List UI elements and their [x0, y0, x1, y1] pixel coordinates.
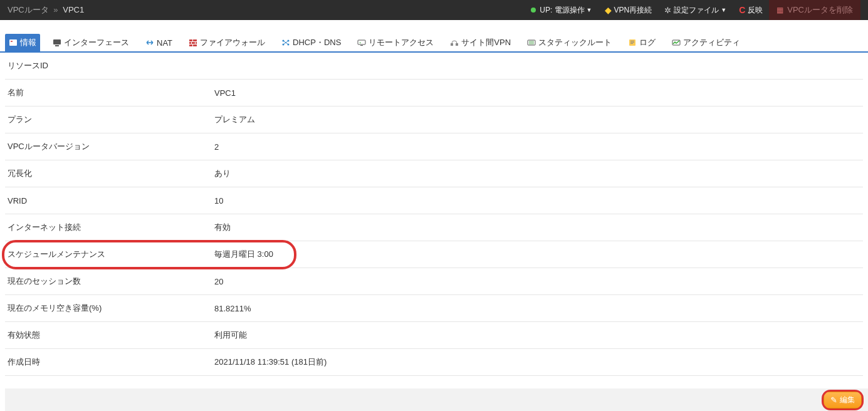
svg-rect-21	[630, 41, 634, 41]
breadcrumb: VPCルータ » VPC1	[8, 4, 525, 16]
status-dot-icon	[531, 8, 536, 13]
tab-label: ファイアウォール	[200, 37, 265, 48]
svg-rect-22	[630, 42, 634, 43]
info-row-router-version: VPCルータバージョン 2	[5, 133, 863, 160]
info-row-internet: インターネット接続 有効	[5, 214, 863, 241]
info-value: 2	[214, 142, 860, 152]
info-content: リソースID 名前 VPC1 プラン プレミアム VPCルータバージョン 2 冗…	[0, 53, 868, 376]
refresh-icon: C	[739, 5, 745, 15]
tab-label: ログ	[639, 37, 656, 48]
tab-activity[interactable]: アクティビティ	[668, 34, 744, 51]
delete-router-button[interactable]: ▦ VPCルータを削除	[769, 0, 860, 20]
config-file-button[interactable]: ✲ 設定ファイル ▼	[658, 0, 733, 20]
svg-rect-8	[196, 42, 197, 44]
info-row-vrid: VRID 10	[5, 187, 863, 214]
info-label: インターネット接続	[8, 222, 214, 233]
info-row-created: 作成日時 2021/11/18 11:39:51 (181日前)	[5, 349, 863, 376]
tab-label: インターフェース	[64, 37, 129, 48]
warning-icon: ◆	[605, 5, 612, 15]
info-label: プラン	[8, 114, 214, 125]
svg-rect-5	[193, 39, 197, 41]
chevron-down-icon: ▼	[587, 7, 592, 13]
svg-rect-23	[630, 43, 633, 44]
info-value: 20	[214, 277, 860, 286]
tab-log[interactable]: ログ	[624, 34, 659, 51]
tab-label: DHCP・DNS	[293, 37, 341, 48]
info-value: 2021/11/18 11:39:51 (181日前)	[214, 356, 860, 368]
remote-icon	[357, 39, 366, 46]
tab-label: リモートアクセス	[369, 37, 434, 48]
info-row-sessions: 現在のセッション数 20	[5, 268, 863, 295]
apply-button[interactable]: C 反映	[733, 0, 769, 20]
info-value: 81.8211%	[214, 304, 860, 313]
gear-icon: ✲	[664, 6, 671, 15]
svg-rect-16	[360, 45, 363, 46]
svg-rect-10	[193, 44, 197, 46]
delete-icon: ▦	[776, 6, 783, 14]
info-icon	[9, 39, 18, 46]
info-value: 有効	[214, 222, 860, 233]
info-label: VPCルータバージョン	[8, 141, 214, 152]
svg-rect-2	[53, 39, 61, 44]
dhcp-icon	[281, 39, 290, 46]
tab-label: サイト間VPN	[461, 37, 511, 48]
tab-info[interactable]: 情報	[5, 34, 40, 51]
tab-label: アクティビティ	[683, 37, 740, 48]
info-label: スケジュールメンテナンス	[8, 249, 214, 260]
info-value: VPC1	[214, 88, 860, 98]
breadcrumb-current: VPC1	[63, 5, 84, 14]
info-value: 10	[214, 196, 860, 205]
power-label: UP: 電源操作	[540, 5, 584, 16]
tab-static-route[interactable]: スタティックルート	[523, 34, 615, 51]
tab-bar: 情報 インターフェース NAT ファイアウォール DHCP・DNS リモートアク…	[0, 34, 868, 53]
svg-rect-0	[9, 39, 17, 46]
route-icon	[527, 39, 536, 46]
breadcrumb-separator: »	[53, 5, 58, 14]
tab-interface[interactable]: インターフェース	[49, 34, 133, 51]
svg-rect-4	[189, 39, 192, 41]
svg-rect-1	[11, 41, 13, 42]
tab-dhcp-dns[interactable]: DHCP・DNS	[278, 34, 345, 51]
info-label: VRID	[8, 196, 214, 205]
header-actions: UP: 電源操作 ▼ ◆ VPN再接続 ✲ 設定ファイル ▼ C 反映 ▦ VP…	[525, 0, 860, 20]
config-file-label: 設定ファイル	[674, 5, 719, 16]
svg-rect-9	[189, 44, 192, 46]
nat-icon	[145, 39, 154, 46]
info-row-plan: プラン プレミアム	[5, 107, 863, 133]
svg-rect-18	[456, 43, 458, 46]
tab-nat[interactable]: NAT	[142, 35, 176, 51]
info-label: 作成日時	[8, 356, 214, 368]
tab-site-vpn[interactable]: サイト間VPN	[446, 34, 515, 51]
tab-firewall[interactable]: ファイアウォール	[185, 34, 269, 51]
tab-label: スタティックルート	[538, 37, 612, 48]
info-label: 名前	[8, 87, 214, 98]
info-label: 現在のセッション数	[8, 276, 214, 287]
info-label: 有効状態	[8, 330, 214, 341]
info-label: 冗長化	[8, 168, 214, 179]
apply-label: 反映	[748, 5, 763, 16]
svg-rect-6	[189, 42, 191, 44]
tab-remote-access[interactable]: リモートアクセス	[353, 34, 437, 51]
info-value: 毎週月曜日 3:00	[214, 249, 860, 260]
info-row-name: 名前 VPC1	[5, 80, 863, 107]
interface-icon	[53, 39, 61, 46]
info-value: あり	[214, 168, 860, 179]
info-row-status: 有効状態 利用可能	[5, 322, 863, 349]
vpn-reconnect-label: VPN再接続	[614, 5, 652, 16]
site-vpn-icon	[450, 39, 459, 46]
svg-rect-17	[451, 43, 453, 46]
svg-rect-7	[192, 42, 195, 44]
info-row-redundancy: 冗長化 あり	[5, 160, 863, 187]
chevron-down-icon: ▼	[721, 7, 726, 13]
firewall-icon	[189, 39, 197, 46]
info-row-memory: 現在のメモリ空き容量(%) 81.8211%	[5, 295, 863, 322]
tab-label: 情報	[20, 37, 36, 48]
info-value: プレミアム	[214, 114, 860, 125]
info-value: 利用可能	[214, 330, 860, 341]
power-button[interactable]: UP: 電源操作 ▼	[525, 0, 598, 20]
vpn-reconnect-button[interactable]: ◆ VPN再接続	[599, 0, 659, 20]
delete-label: VPCルータを削除	[787, 4, 853, 16]
breadcrumb-parent[interactable]: VPCルータ	[8, 5, 49, 14]
info-label: リソースID	[8, 60, 214, 71]
header-bar: VPCルータ » VPC1 UP: 電源操作 ▼ ◆ VPN再接続 ✲ 設定ファ…	[0, 0, 868, 20]
